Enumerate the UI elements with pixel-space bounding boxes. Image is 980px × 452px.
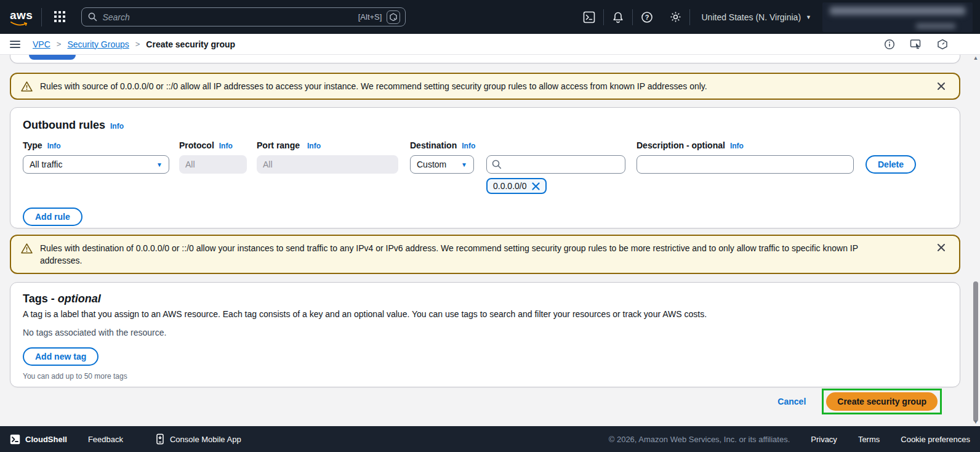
chevron-right-icon: > [57,39,62,49]
protocol-column: ProtocolInfo [179,140,247,194]
feedback-screen-icon[interactable] [910,39,922,50]
scroll-up-icon[interactable]: ▲ [973,55,979,61]
type-select-value: All traffic [30,159,62,169]
destination-mode-select[interactable]: Custom ▼ [410,155,474,174]
vertical-scrollbar[interactable]: ▲ ▼ [971,55,980,426]
hamburger-menu-icon[interactable] [10,41,20,48]
mobile-phone-icon [155,434,165,445]
amazon-q-icon[interactable] [387,10,400,24]
caret-down-icon: ▼ [806,14,811,20]
delete-column: Delete [866,140,916,194]
description-column: Description - optionalInfo [637,140,854,194]
region-selector[interactable]: United States (N. Virginia) ▼ [690,12,822,22]
port-range-info-link[interactable]: Info [307,142,321,150]
aws-smile-icon [10,21,29,27]
search-input[interactable] [102,12,353,22]
region-label: United States (N. Virginia) [701,12,801,22]
inbound-panel-cutoff [10,55,960,63]
help-icon[interactable]: ? [633,8,661,26]
tags-panel: Tags - optional A tag is a label that yo… [10,282,960,387]
cancel-button[interactable]: Cancel [777,397,806,406]
breadcrumb-vpc[interactable]: VPC [33,39,50,49]
info-icon[interactable] [884,39,895,50]
destination-column: DestinationInfo Custom ▼ 0.0.0.0/0 [410,140,625,194]
description-input[interactable] [637,155,854,174]
privacy-link[interactable]: Privacy [811,435,837,444]
tags-title-text: Tags - [23,293,58,305]
footer-bar: CloudShell Feedback Console Mobile App ©… [0,426,980,452]
divider [41,8,42,26]
destination-search-input[interactable] [486,155,625,174]
redacted-text [916,23,955,29]
destination-chip: 0.0.0.0/0 [486,178,547,194]
destination-info-link[interactable]: Info [462,142,475,150]
tags-empty-text: No tags associated with the resource. [23,328,947,337]
close-icon[interactable] [933,82,949,91]
cloudshell-label: CloudShell [25,435,67,444]
feedback-label: Feedback [88,435,123,444]
protocol-info-link[interactable]: Info [219,142,233,150]
page-tools [884,39,970,50]
create-security-group-button[interactable]: Create security group [826,392,938,411]
terms-link[interactable]: Terms [858,435,880,444]
destination-label: Destination [410,140,457,150]
warning-icon [21,81,33,92]
mobile-app-label: Console Mobile App [170,435,241,444]
port-range-column: Port rangeInfo [257,140,398,194]
global-search-box[interactable]: [Alt+S] [81,7,406,26]
destination-search-wrap [486,155,625,174]
search-shortcut-hint: [Alt+S] [358,12,382,22]
search-icon [88,12,97,22]
remove-chip-icon[interactable] [532,182,540,190]
destination-warning-text: Rules with destination of 0.0.0.0/0 or :… [40,242,902,267]
outbound-rule-row: TypeInfo All traffic ▼ ProtocolInfo Port… [23,140,947,194]
notifications-bell-icon[interactable] [604,8,632,26]
protocol-input [179,155,247,174]
account-menu-redacted[interactable] [822,2,973,32]
type-info-link[interactable]: Info [47,142,61,150]
app-launcher-grid-icon[interactable] [50,8,69,26]
scrollbar-thumb[interactable] [973,281,978,422]
outbound-info-link[interactable]: Info [110,122,124,131]
footer-right: © 2026, Amazon Web Services, Inc. or its… [609,435,970,444]
settings-gear-icon[interactable] [661,8,689,26]
aws-logo[interactable]: aws [10,9,33,26]
cloudshell-footer-button[interactable]: CloudShell [10,434,67,445]
port-range-label: Port range [257,140,300,150]
annotation-highlight-box: Create security group [822,389,942,414]
description-label: Description - optional [637,140,725,150]
hexagon-icon[interactable] [937,39,948,50]
destination-chip-value: 0.0.0.0/0 [493,181,527,191]
cloudshell-icon[interactable] [575,8,603,26]
destination-warning-banner: Rules with destination of 0.0.0.0/0 or :… [10,235,960,274]
redacted-text [830,7,965,15]
scroll-down-icon[interactable]: ▼ [973,419,979,425]
close-icon[interactable] [933,243,949,252]
breadcrumb-bar: VPC > Security Groups > Create security … [0,34,980,55]
console-mobile-app-button[interactable]: Console Mobile App [155,434,241,445]
feedback-footer-button[interactable]: Feedback [88,435,123,444]
top-navigation-bar: aws [Alt+S] ? [0,0,980,34]
type-label: Type [23,140,42,150]
cookie-preferences-link[interactable]: Cookie preferences [901,435,970,444]
tags-title: Tags - optional [23,293,947,305]
main-content: Rules with source of 0.0.0.0/0 or ::/0 a… [0,55,980,426]
copyright-text: © 2026, Amazon Web Services, Inc. or its… [609,435,790,444]
add-rule-button[interactable]: Add rule [23,208,82,226]
delete-rule-button[interactable]: Delete [866,155,916,174]
tags-limit-text: You can add up to 50 more tags [23,372,947,381]
tags-optional-label: optional [58,293,101,305]
cutoff-blue-button[interactable] [29,55,76,60]
type-select[interactable]: All traffic ▼ [23,155,169,174]
caret-down-icon: ▼ [156,161,163,168]
outbound-rules-title: Outbound rules [23,119,105,132]
terminal-icon [10,434,20,445]
svg-text:?: ? [645,14,649,21]
warning-icon [21,243,33,254]
breadcrumb-security-groups[interactable]: Security Groups [67,39,129,49]
add-new-tag-button[interactable]: Add new tag [23,347,98,366]
protocol-label: Protocol [179,140,214,150]
description-info-link[interactable]: Info [730,142,744,150]
tags-description: A tag is a label that you assign to an A… [23,309,947,319]
destination-mode-value: Custom [417,159,446,169]
